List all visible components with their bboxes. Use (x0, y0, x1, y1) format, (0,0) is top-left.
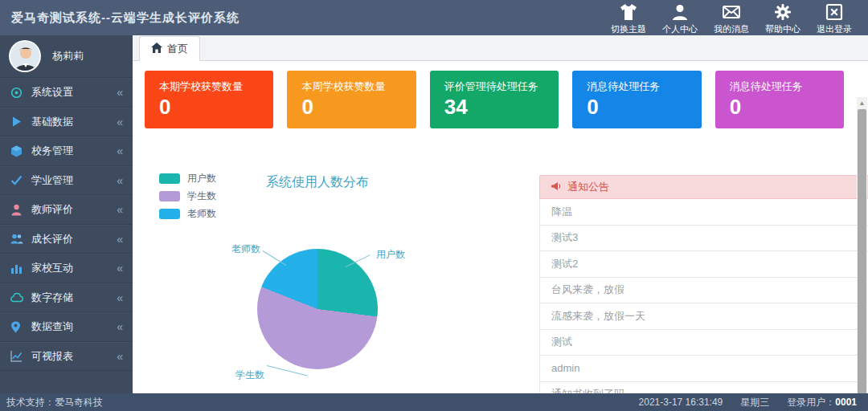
collapse-chevron-icon[interactable]: « (117, 233, 123, 246)
footer-weekday: 星期三 (740, 396, 769, 409)
notice-row[interactable]: 通知书收到了吗 (539, 382, 868, 394)
stat-value: 0 (301, 95, 416, 120)
stat-card-eval-tasks[interactable]: 评价管理待处理任务 34 (430, 71, 559, 128)
notice-row[interactable]: 流感来袭，放假一天 (539, 303, 868, 330)
user-icon (671, 2, 689, 22)
messages-button[interactable]: 我的消息 (706, 0, 757, 35)
sidebar-item-visual-reports[interactable]: 可视报表 « (0, 342, 133, 372)
home-icon (151, 43, 162, 55)
profile-button[interactable]: 个人中心 (654, 0, 706, 35)
logout-label: 退出登录 (817, 23, 852, 35)
profile-label: 个人中心 (662, 23, 698, 35)
settings-icon (10, 87, 24, 99)
collapse-chevron-icon[interactable]: « (117, 174, 123, 187)
stat-card-likes-week[interactable]: 本周学校获赞数量 0 (287, 71, 416, 128)
top-header: 爱马奇测试系统--云端学生成长评价系统 切换主题 个人中心 我的消息 帮助中心 (0, 0, 868, 35)
sidebar-item-growth-eval[interactable]: 成长评价 « (0, 225, 133, 254)
logout-x-icon (825, 2, 843, 22)
play-icon (10, 116, 24, 128)
messages-label: 我的消息 (714, 23, 749, 35)
sidebar-item-data-query[interactable]: 数据查询 « (0, 312, 133, 342)
notice-row[interactable]: 测试3 (539, 226, 868, 252)
stat-cards: 本期学校获赞数量 0 本周学校获赞数量 0 评价管理待处理任务 34 消息待处理… (133, 61, 868, 128)
notice-panel: 通知公告 降温 测试3 测试2 台风来袭，放假 流感来袭，放假一天 测试 adm… (539, 175, 868, 393)
legend-item-users[interactable]: 用户数 (159, 169, 216, 187)
legend-swatch (159, 173, 180, 184)
slice-label-users: 用户数 (376, 248, 405, 262)
stat-card-likes-term[interactable]: 本期学校获赞数量 0 (145, 71, 273, 128)
person-icon (10, 204, 24, 216)
theme-switch-label: 切换主题 (611, 23, 646, 35)
content-row: 系统使用人数分布 用户数 学生数 老师数 老师数 用户数 (133, 165, 868, 393)
collapse-chevron-icon[interactable]: « (117, 144, 123, 157)
sidebar-item-digital-storage[interactable]: 数字存储 « (0, 283, 133, 313)
chart-legend: 用户数 学生数 老师数 (159, 169, 216, 222)
collapse-chevron-icon[interactable]: « (117, 116, 123, 128)
stat-value: 34 (444, 95, 559, 120)
sidebar-item-system-settings[interactable]: 系统设置 « (0, 78, 133, 108)
status-bar: 技术支持：爱马奇科技 2021-3-17 16:31:49 星期三 登录用户：0… (0, 393, 868, 411)
collapse-chevron-icon[interactable]: « (117, 350, 123, 363)
notice-row[interactable]: 测试2 (539, 251, 868, 278)
line-chart-icon (10, 350, 24, 362)
legend-swatch (159, 191, 180, 201)
notice-row[interactable]: 降温 (539, 199, 868, 226)
tab-home-label: 首页 (167, 42, 188, 56)
cloud-icon (10, 291, 24, 303)
scrollbar-thumb[interactable] (858, 109, 866, 393)
notice-row[interactable]: 台风来袭，放假 (539, 278, 868, 304)
sidebar-item-school-affairs[interactable]: 校务管理 « (0, 136, 133, 166)
collapse-chevron-icon[interactable]: « (117, 86, 123, 99)
stat-card-message-tasks-1[interactable]: 消息待处理任务 0 (572, 71, 701, 128)
help-label: 帮助中心 (765, 23, 800, 35)
stat-card-message-tasks-2[interactable]: 消息待处理任务 0 (715, 71, 844, 128)
sidebar-item-teacher-eval[interactable]: 教师评价 « (0, 195, 133, 225)
legend-item-teachers[interactable]: 老师数 (159, 205, 216, 222)
main-content: 首页 本期学校获赞数量 0 本周学校获赞数量 0 评价管理待处理任务 34 消息… (133, 35, 868, 393)
app-title: 爱马奇测试系统--云端学生成长评价系统 (0, 10, 240, 26)
check-icon (10, 174, 24, 186)
topbar-actions: 切换主题 个人中心 我的消息 帮助中心 退出登录 (603, 0, 868, 35)
notice-header: 通知公告 (539, 175, 868, 199)
scroll-up-arrow[interactable]: ▲ (857, 97, 867, 108)
user-name: 杨莉莉 (52, 49, 84, 63)
legend-item-students[interactable]: 学生数 (159, 187, 216, 205)
footer-login-user: 登录用户：0001 (787, 396, 857, 409)
sidebar-item-basic-data[interactable]: 基础数据 « (0, 108, 133, 137)
sidebar-item-academic[interactable]: 学业管理 « (0, 166, 133, 196)
sidebar: 杨莉莉 系统设置 « 基础数据 « 校务管理 « 学业管理 « 教师评价 « 成… (0, 35, 133, 393)
slice-label-students: 学生数 (235, 368, 264, 382)
footer-right: 2021-3-17 16:31:49 星期三 登录用户：0001 (639, 396, 868, 409)
gear-icon (774, 2, 792, 22)
theme-switch-button[interactable]: 切换主题 (603, 0, 654, 35)
tshirt-icon (619, 2, 638, 22)
tab-home[interactable]: 首页 (139, 36, 200, 61)
support-text: 技术支持：爱马奇科技 (0, 396, 103, 409)
sidebar-item-home-school[interactable]: 家校互动 « (0, 254, 133, 283)
help-button[interactable]: 帮助中心 (757, 0, 809, 35)
location-pin-icon (10, 321, 24, 333)
stat-value: 0 (587, 95, 701, 120)
notice-title: 通知公告 (567, 180, 609, 194)
tab-bar: 首页 (133, 35, 868, 61)
people-icon (10, 233, 24, 245)
megaphone-icon (551, 181, 562, 193)
collapse-chevron-icon[interactable]: « (117, 320, 123, 333)
cube-icon (10, 145, 24, 157)
collapse-chevron-icon[interactable]: « (117, 262, 123, 275)
avatar (9, 40, 41, 72)
chart-title: 系统使用人数分布 (193, 174, 442, 191)
pie[interactable] (257, 249, 378, 369)
notice-row[interactable]: 测试 (539, 330, 868, 356)
vertical-scrollbar[interactable]: ▲ (857, 97, 867, 393)
collapse-chevron-icon[interactable]: « (117, 291, 123, 304)
stat-value: 0 (159, 95, 273, 120)
logout-button[interactable]: 退出登录 (809, 0, 860, 35)
user-block[interactable]: 杨莉莉 (0, 35, 133, 78)
bar-chart-icon (10, 262, 24, 275)
collapse-chevron-icon[interactable]: « (117, 203, 123, 216)
notice-row[interactable]: admin (539, 356, 868, 382)
pie-chart: 系统使用人数分布 用户数 学生数 老师数 老师数 用户数 (145, 165, 509, 393)
footer-datetime: 2021-3-17 16:31:49 (639, 397, 723, 408)
slice-label-teachers: 老师数 (231, 242, 260, 256)
